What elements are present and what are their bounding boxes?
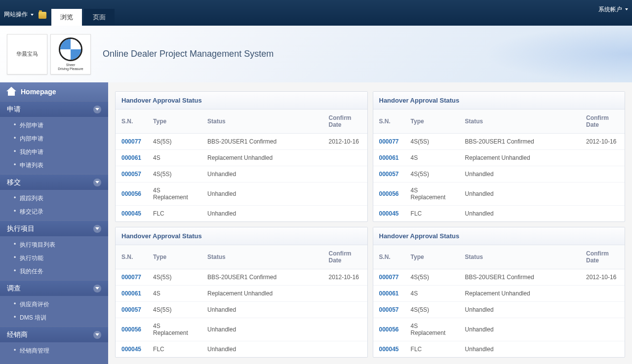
- sidebar-item[interactable]: 执行项目列表: [0, 238, 108, 252]
- cell-type: 4S(5S): [147, 134, 201, 150]
- sn-link[interactable]: 000056: [379, 326, 399, 333]
- sidebar-item[interactable]: DMS 培训: [0, 311, 108, 325]
- sidebar-item[interactable]: 供应商评价: [0, 298, 108, 311]
- cell-date: [323, 206, 367, 222]
- column-header: Type: [147, 245, 201, 269]
- sidebar: Homepage 申请外部申请内部申请我的申请申请列表移交跟踪列表移交记录执行项…: [0, 82, 108, 364]
- cell-type: 4S: [147, 286, 201, 302]
- column-header: Status: [459, 109, 580, 134]
- cell-type: 4S(5S): [147, 302, 201, 318]
- table-row: 0000574S(5S)Unhandled: [373, 302, 625, 318]
- cell-date: [580, 286, 625, 302]
- content: Handover Approval StatusS.N.TypeStatusCo…: [108, 82, 632, 364]
- sidebar-section-head[interactable]: 执行项目: [0, 220, 108, 236]
- handover-table: S.N.TypeStatusConfirm Date0000774S(5S)BB…: [116, 245, 367, 357]
- cell-type: 4S(5S): [405, 166, 459, 182]
- header: 华晨宝马 Sheer Driving Pleasure Online Deale…: [0, 26, 632, 82]
- sidebar-section-title: 调查: [7, 284, 21, 293]
- sn-link[interactable]: 000056: [121, 190, 141, 197]
- sn-link[interactable]: 000056: [379, 190, 399, 197]
- sidebar-item[interactable]: 跟踪列表: [0, 192, 108, 205]
- table-row: 0000614SReplacement Unhandled: [373, 150, 625, 166]
- cell-status: Replacement Unhandled: [459, 286, 580, 302]
- sidebar-section-head[interactable]: 调查: [0, 280, 108, 296]
- site-actions-menu[interactable]: 网站操作: [4, 10, 34, 26]
- sidebar-section-head[interactable]: 申请: [0, 101, 108, 117]
- sidebar-item[interactable]: 经销商管理: [0, 344, 108, 358]
- sidebar-item[interactable]: 执行功能: [0, 252, 108, 265]
- site-actions-label: 网站操作: [4, 10, 28, 19]
- cell-type: 4S(5S): [405, 302, 459, 318]
- table-row: 0000564S ReplacementUnhandled: [373, 182, 625, 206]
- tab-page[interactable]: 页面: [84, 9, 115, 26]
- cell-status: Unhandled: [459, 182, 580, 206]
- account-menu[interactable]: 系统帐户: [598, 5, 628, 21]
- bmw-logo: Sheer Driving Pleasure: [50, 34, 91, 74]
- tab-browse[interactable]: 浏览: [51, 9, 82, 26]
- cell-date: [323, 150, 367, 166]
- cell-type: 4S(5S): [147, 166, 201, 182]
- table-row: 000045FLCUnhandled: [116, 341, 367, 358]
- column-header: Status: [201, 109, 322, 134]
- sn-link[interactable]: 000057: [379, 306, 399, 313]
- cell-date: [580, 341, 625, 358]
- column-header: S.N.: [373, 245, 405, 269]
- sn-link[interactable]: 000061: [121, 290, 141, 297]
- sidebar-item[interactable]: 申请列表: [0, 159, 108, 172]
- handover-panel: Handover Approval StatusS.N.TypeStatusCo…: [373, 227, 626, 358]
- sn-link[interactable]: 000057: [379, 171, 399, 178]
- cell-status: Unhandled: [459, 318, 580, 341]
- sn-link[interactable]: 000077: [121, 138, 141, 145]
- folder-icon[interactable]: [39, 12, 46, 19]
- sn-link[interactable]: 000077: [379, 138, 399, 145]
- cell-date: 2012-10-16: [323, 269, 367, 286]
- sn-link[interactable]: 000045: [121, 210, 141, 217]
- sn-link[interactable]: 000061: [121, 154, 141, 161]
- handover-table: S.N.TypeStatusConfirm Date0000774S(5S)BB…: [116, 109, 367, 221]
- table-row: 0000774S(5S)BBS-20USER1 Confirmed2012-10…: [116, 134, 367, 150]
- sn-link[interactable]: 000057: [121, 171, 141, 178]
- sn-link[interactable]: 000045: [379, 346, 399, 353]
- sn-link[interactable]: 000057: [121, 306, 141, 313]
- table-row: 0000774S(5S)BBS-20USER1 Confirmed2012-10…: [116, 269, 367, 286]
- sn-link[interactable]: 000061: [379, 154, 399, 161]
- sidebar-item[interactable]: 外部申请: [0, 119, 108, 132]
- sn-link[interactable]: 000056: [121, 326, 141, 333]
- sidebar-section-head[interactable]: 移交: [0, 174, 108, 190]
- brand-logo-text: 华晨宝马: [7, 34, 47, 74]
- cell-status: Unhandled: [459, 341, 580, 358]
- sidebar-section-head[interactable]: 经销商: [0, 327, 108, 342]
- cell-status: Replacement Unhandled: [201, 286, 322, 302]
- cell-type: 4S Replacement: [405, 182, 459, 206]
- cell-type: 4S Replacement: [405, 318, 459, 341]
- cell-status: Unhandled: [201, 318, 322, 341]
- handover-table: S.N.TypeStatusConfirm Date0000774S(5S)BB…: [373, 109, 625, 221]
- table-row: 0000774S(5S)BBS-20USER1 Confirmed2012-10…: [373, 134, 625, 150]
- column-header: S.N.: [373, 109, 405, 134]
- chevron-down-icon: [93, 106, 101, 113]
- sidebar-item[interactable]: 内部申请: [0, 132, 108, 146]
- cell-date: [580, 166, 625, 182]
- sn-link[interactable]: 000045: [121, 346, 141, 353]
- column-header: S.N.: [116, 109, 147, 134]
- column-header: Confirm Date: [580, 109, 625, 134]
- cell-type: FLC: [405, 341, 459, 358]
- cell-date: 2012-10-16: [580, 134, 625, 150]
- chevron-down-icon: [625, 8, 628, 10]
- cell-date: [323, 286, 367, 302]
- cell-status: BBS-20USER1 Confirmed: [459, 269, 580, 286]
- chevron-down-icon: [31, 14, 34, 16]
- sn-link[interactable]: 000061: [379, 290, 399, 297]
- table-row: 0000614SReplacement Unhandled: [116, 150, 367, 166]
- sn-link[interactable]: 000077: [379, 274, 399, 281]
- sn-link[interactable]: 000077: [121, 274, 141, 281]
- account-label: 系统帐户: [598, 5, 622, 14]
- sidebar-item[interactable]: 我的申请: [0, 146, 108, 159]
- sidebar-item[interactable]: 移交记录: [0, 205, 108, 218]
- sidebar-homepage[interactable]: Homepage: [0, 82, 108, 101]
- sn-link[interactable]: 000045: [379, 210, 399, 217]
- handover-panel: Handover Approval StatusS.N.TypeStatusCo…: [373, 91, 626, 222]
- sidebar-item[interactable]: 我的任务: [0, 265, 108, 278]
- home-icon: [7, 88, 16, 96]
- cell-status: BBS-20USER1 Confirmed: [459, 134, 580, 150]
